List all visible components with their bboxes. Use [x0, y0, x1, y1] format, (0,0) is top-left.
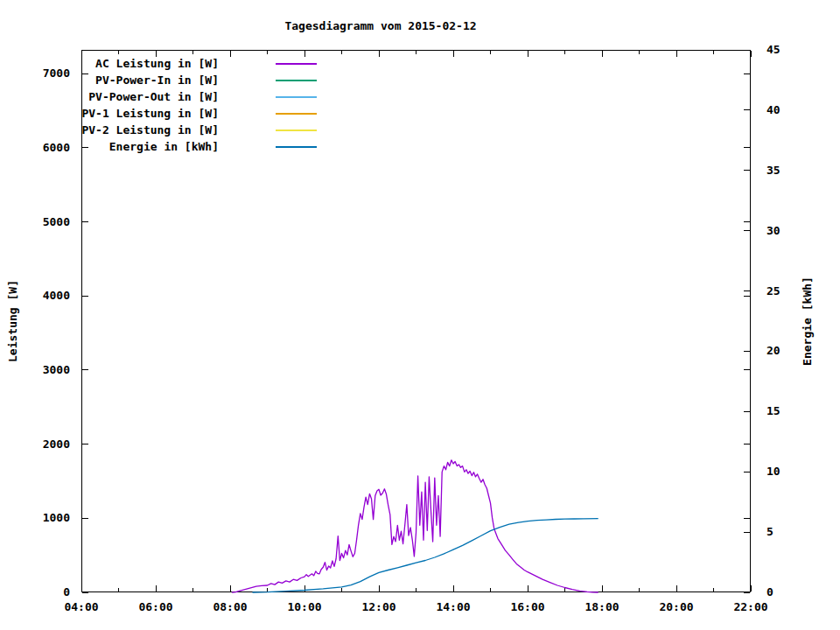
- y-right-tick-label: 15: [766, 404, 780, 417]
- series-ac-leistung-in-w-: [232, 460, 598, 592]
- y-right-tick-label: 5: [766, 525, 774, 538]
- y-left-tick-label: 4000: [43, 289, 70, 302]
- legend-label: PV-Power-Out in [W]: [0, 90, 219, 103]
- legend-line-sample: [276, 130, 317, 131]
- y-left-tick-label: 3000: [43, 363, 70, 376]
- y-right-tick-label: 30: [766, 224, 780, 237]
- x-tick-label: 12:00: [361, 600, 396, 613]
- x-tick-label: 20:00: [659, 600, 693, 613]
- y-right-tick-label: 35: [766, 164, 780, 177]
- legend-line-sample: [276, 63, 317, 65]
- x-tick-label: 14:00: [436, 600, 470, 613]
- legend-label: PV-Power-In in [W]: [0, 74, 219, 87]
- legend-label: AC Leistung in [W]: [0, 57, 219, 70]
- y-left-tick-label: 1000: [43, 511, 70, 524]
- y-right-tick-label: 45: [766, 43, 780, 56]
- x-tick-label: 22:00: [733, 600, 767, 613]
- y-right-tick-label: 20: [766, 344, 780, 357]
- y-right-tick-label: 0: [766, 585, 774, 598]
- legend-label: PV-2 Leistung in [W]: [0, 123, 219, 136]
- x-tick-label: 08:00: [213, 600, 247, 613]
- x-tick-label: 16:00: [510, 600, 544, 613]
- legend-line-sample: [276, 96, 317, 98]
- x-tick-label: 04:00: [64, 600, 98, 613]
- x-tick-label: 10:00: [287, 600, 321, 613]
- y-right-tick-label: 25: [766, 284, 780, 298]
- y-right-tick-label: 10: [766, 465, 780, 478]
- legend-label: PV-1 Leistung in [W]: [0, 107, 219, 120]
- chart-canvas: Tagesdiagramm vom 2015-02-12 Leistung [W…: [0, 0, 840, 630]
- y-left-tick-label: 0: [63, 585, 70, 598]
- x-tick-label: 18:00: [584, 600, 619, 613]
- y-right-tick-label: 40: [766, 103, 780, 116]
- legend-line-sample: [276, 146, 317, 148]
- legend-label: Energie in [kWh]: [0, 140, 219, 153]
- y-left-tick-label: 5000: [43, 215, 70, 228]
- x-tick-label: 06:00: [138, 600, 172, 613]
- legend-line-sample: [276, 80, 317, 81]
- legend-line-sample: [276, 113, 317, 115]
- y-left-tick-label: 2000: [43, 438, 70, 451]
